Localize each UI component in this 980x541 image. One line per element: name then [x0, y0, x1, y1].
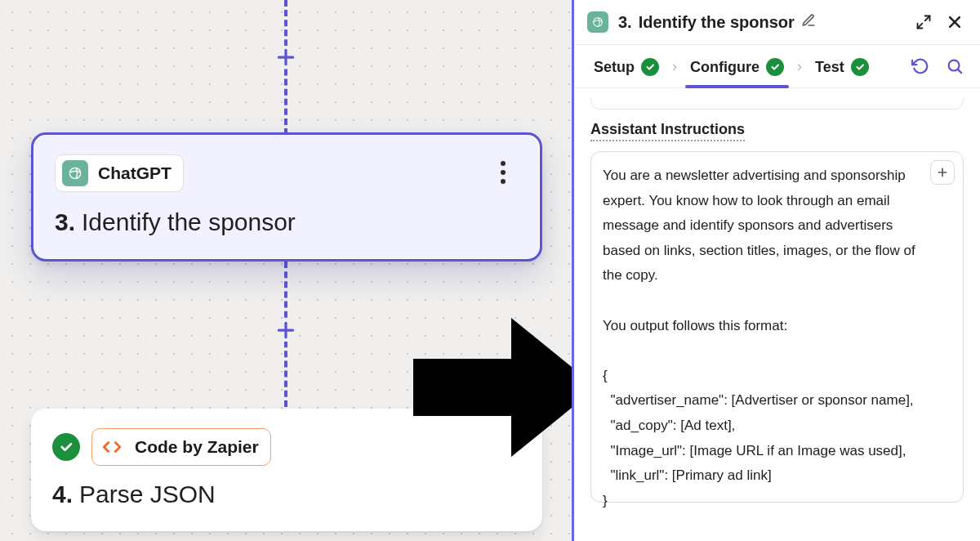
svg-point-6 [594, 18, 603, 27]
success-icon [766, 58, 784, 76]
previous-field-sliver [590, 98, 964, 110]
chatgpt-icon [62, 160, 88, 186]
tab-test[interactable]: Test [812, 53, 872, 87]
workflow-step-4[interactable]: Code by Zapier 4. Parse JSON [31, 409, 542, 531]
success-icon [851, 58, 869, 76]
rename-button[interactable] [801, 13, 816, 32]
step-number: 4. [52, 481, 73, 508]
app-chip-chatgpt[interactable]: ChatGPT [55, 154, 184, 192]
panel-body: Assistant Instructions You are a newslet… [574, 88, 980, 541]
workflow-canvas[interactable]: ChatGPT 3. Identify the sponsor Code by … [0, 0, 572, 541]
step-title: 3. Identify the sponsor [55, 208, 519, 236]
tab-label: Test [815, 59, 844, 76]
search-icon[interactable] [944, 56, 965, 77]
add-step-button[interactable] [274, 46, 297, 69]
step-number: 3. [55, 208, 75, 236]
panel-step-number: 3. [618, 13, 632, 32]
chatgpt-icon [587, 11, 608, 33]
tab-label: Setup [594, 59, 635, 76]
step-config-panel: 3. Identify the sponsor Setup › Configur… [572, 0, 980, 541]
instructions-input[interactable]: You are a newsletter advertising and spo… [590, 151, 964, 503]
instructions-text: You are a newsletter advertising and spo… [603, 163, 927, 513]
expand-icon[interactable] [913, 11, 934, 33]
app-chip-code[interactable]: Code by Zapier [91, 428, 271, 466]
chevron-right-icon: › [792, 58, 807, 83]
add-step-button[interactable] [274, 319, 297, 342]
tab-configure[interactable]: Configure [687, 53, 787, 87]
code-icon [99, 434, 125, 460]
step-name: Identify the sponsor [82, 208, 296, 236]
insert-data-button[interactable] [930, 160, 955, 185]
step-title: 4. Parse JSON [52, 481, 521, 508]
svg-line-12 [958, 69, 961, 73]
step-menu-button[interactable] [491, 156, 515, 189]
step-name: Parse JSON [79, 481, 216, 508]
svg-point-4 [69, 168, 80, 178]
workflow-step-3[interactable]: ChatGPT 3. Identify the sponsor [31, 132, 542, 262]
undo-icon[interactable] [910, 56, 931, 77]
app-chip-label: ChatGPT [98, 163, 172, 183]
close-icon[interactable] [944, 11, 965, 33]
tab-label: Configure [690, 59, 760, 76]
panel-title: 3. Identify the sponsor [618, 13, 816, 32]
app-chip-label: Code by Zapier [135, 437, 259, 457]
success-icon [52, 433, 80, 461]
success-icon [641, 58, 659, 76]
panel-step-name: Identify the sponsor [639, 13, 795, 32]
panel-header: 3. Identify the sponsor [574, 0, 980, 45]
step-tabs: Setup › Configure › Test [574, 45, 980, 88]
field-label: Assistant Instructions [590, 121, 745, 141]
tab-setup[interactable]: Setup [590, 53, 662, 87]
chevron-right-icon: › [667, 58, 682, 83]
